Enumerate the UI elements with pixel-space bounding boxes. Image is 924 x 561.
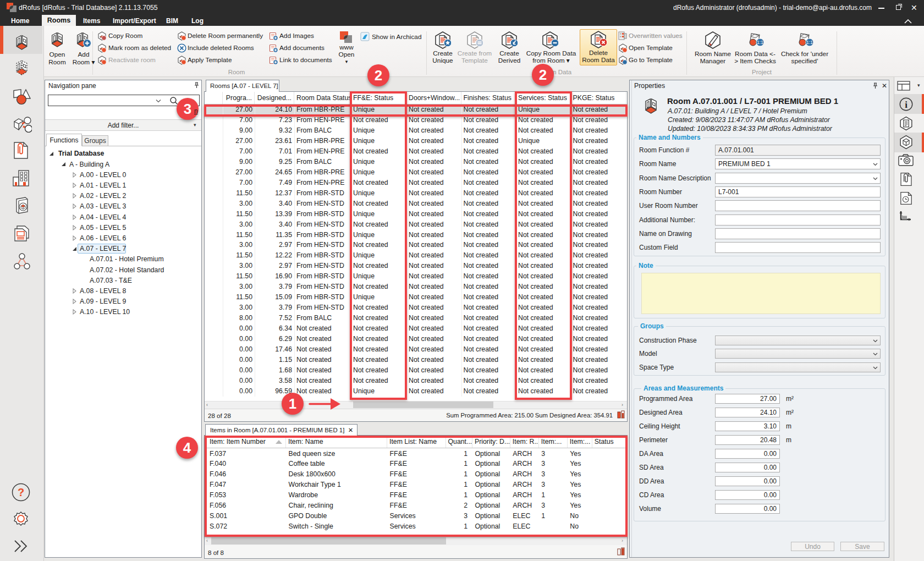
svg-text:i: i (905, 100, 908, 110)
svg-text:1:1: 1:1 (757, 40, 763, 45)
svg-text:?: ? (18, 486, 24, 498)
svg-text:1:1: 1:1 (806, 40, 813, 45)
